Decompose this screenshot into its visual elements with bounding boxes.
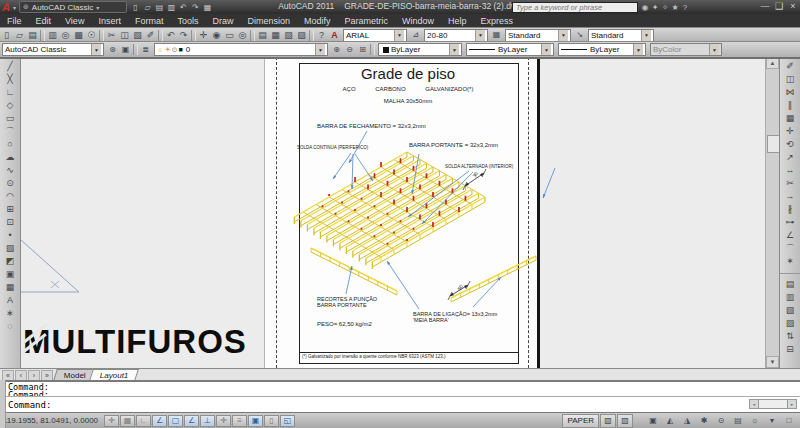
- zoom-window-icon[interactable]: ▭: [223, 29, 236, 41]
- linetype-combo[interactable]: ByLayer▼: [466, 43, 554, 56]
- search-input[interactable]: [512, 2, 638, 13]
- menu-item[interactable]: Express: [474, 14, 521, 27]
- scroll-down-button[interactable]: ▼: [766, 356, 779, 368]
- point-icon[interactable]: •: [4, 228, 17, 241]
- table-style-icon[interactable]: ▦: [490, 29, 503, 41]
- am-toggle[interactable]: ◱: [280, 415, 295, 427]
- autocad-logo-icon[interactable]: A: [2, 2, 10, 13]
- separator[interactable]: [40, 30, 45, 41]
- grid-toggle[interactable]: ▦: [120, 415, 135, 427]
- cut-icon[interactable]: ✂: [105, 29, 118, 41]
- stretch-icon[interactable]: ↔: [784, 163, 797, 176]
- zoom-previous-icon[interactable]: ◎: [236, 29, 249, 41]
- save-icon[interactable]: ▤: [154, 2, 165, 12]
- toolbar-lock-icon[interactable]: ⊙: [713, 414, 729, 428]
- circle-icon[interactable]: ○: [4, 137, 17, 150]
- sc-toggle[interactable]: ▯: [264, 415, 279, 427]
- otrack-toggle[interactable]: ∠: [184, 415, 199, 427]
- ducs-toggle[interactable]: ⊥: [200, 415, 215, 427]
- clean-screen-icon[interactable]: □: [781, 414, 797, 428]
- redo-icon[interactable]: ↷: [190, 2, 201, 12]
- arc-icon[interactable]: ⌒: [4, 124, 17, 137]
- print-icon[interactable]: ▦: [202, 2, 213, 12]
- mleader-style-combo[interactable]: Standard▼: [588, 29, 654, 42]
- vertical-scrollbar[interactable]: ▲ ▼: [765, 57, 779, 368]
- menu-item[interactable]: Dimension: [240, 14, 297, 27]
- sheetset-icon[interactable]: ▨: [295, 29, 308, 41]
- lineweight-combo[interactable]: ByLayer▼: [558, 43, 646, 56]
- zoom-realtime-icon[interactable]: ◉: [210, 29, 223, 41]
- menu-item[interactable]: Edit: [29, 14, 59, 27]
- send-under-icon[interactable]: ▨: [784, 316, 797, 329]
- polar-toggle[interactable]: ∠: [152, 415, 167, 427]
- line-icon[interactable]: ╱: [4, 59, 17, 72]
- layout-canvas[interactable]: Grade de piso AÇO CARBONO GALVANIZADO(*)…: [21, 57, 766, 368]
- color-combo[interactable]: ByLayer▼: [378, 43, 462, 56]
- undo-icon[interactable]: ↶: [164, 29, 177, 41]
- qp-toggle[interactable]: ▣: [248, 415, 263, 427]
- menu-item[interactable]: Tools: [170, 14, 205, 27]
- plot-preview-icon[interactable]: ◎: [59, 29, 72, 41]
- separator[interactable]: [309, 30, 314, 41]
- paper-model-button[interactable]: PAPER: [562, 414, 599, 428]
- bring-above-icon[interactable]: ▧: [784, 303, 797, 316]
- workspace-save-icon[interactable]: ▣: [119, 44, 132, 56]
- hatch-icon[interactable]: ▨: [4, 241, 17, 254]
- text-style-icon[interactable]: A: [328, 29, 341, 41]
- workspace-switcher[interactable]: ⊛ AutoCAD Classic ▾: [19, 1, 127, 13]
- subscription-icon[interactable]: ✦: [650, 3, 660, 12]
- menu-item[interactable]: Draw: [205, 14, 240, 27]
- save-icon[interactable]: ▤: [26, 29, 39, 41]
- make-block-icon[interactable]: ⊡: [4, 215, 17, 228]
- extend-icon[interactable]: →: [784, 189, 797, 202]
- erase-icon[interactable]: ✐: [784, 59, 797, 72]
- rotate-icon[interactable]: ⟲: [784, 137, 797, 150]
- dim-style-combo[interactable]: 20-80▼: [424, 29, 488, 42]
- close-button[interactable]: ×: [788, 1, 798, 11]
- plotter-tray-icon[interactable]: ▤: [730, 414, 746, 428]
- help-icon[interactable]: ?: [315, 29, 328, 41]
- offset-icon[interactable]: ∥: [784, 98, 797, 111]
- search-icon[interactable]: ◉: [640, 3, 650, 12]
- copy-icon[interactable]: ◫: [118, 29, 131, 41]
- designcenter-icon[interactable]: ▦: [269, 29, 282, 41]
- ucs-icon[interactable]: ◌: [4, 319, 17, 332]
- annotation-scale-a-icon[interactable]: ◭: [662, 414, 678, 428]
- new-icon[interactable]: ▯: [0, 29, 13, 41]
- viewport-maximize-icon[interactable]: ▣: [645, 414, 661, 428]
- polyline-icon[interactable]: ∟: [4, 85, 17, 98]
- menu-item[interactable]: File: [0, 14, 29, 27]
- bulb-tray-icon[interactable]: ☼: [747, 414, 763, 428]
- saveas-icon[interactable]: ▥: [166, 2, 177, 12]
- tab-last-button[interactable]: »: [41, 370, 53, 381]
- separator[interactable]: [99, 30, 104, 41]
- tab-next-button[interactable]: ›: [28, 370, 40, 381]
- layer-previous-icon[interactable]: ⊖: [343, 44, 356, 56]
- explode-icon[interactable]: ✶: [784, 254, 797, 267]
- tab-prev-button[interactable]: ‹: [15, 370, 27, 381]
- help-icon[interactable]: ?: [680, 3, 690, 12]
- redo-icon[interactable]: ↷: [177, 29, 190, 41]
- workspace-gear-icon[interactable]: ✱: [696, 414, 712, 428]
- ellipse-arc-icon[interactable]: ◠: [4, 189, 17, 202]
- open-icon[interactable]: ▱: [13, 29, 26, 41]
- toolpalettes-icon[interactable]: ▧: [282, 29, 295, 41]
- separator[interactable]: [158, 30, 163, 41]
- fillet-icon[interactable]: ⌒: [784, 241, 797, 254]
- scroll-right-button[interactable]: ▸: [787, 399, 797, 409]
- polygon-icon[interactable]: ◇: [4, 98, 17, 111]
- text-style-combo[interactable]: ARIAL▼: [343, 29, 407, 42]
- bring-front-icon[interactable]: ▤: [784, 277, 797, 290]
- quickview-layouts-icon[interactable]: ▧: [600, 414, 616, 428]
- addselect-icon[interactable]: ∗: [4, 306, 17, 319]
- menu-item[interactable]: Modify: [297, 14, 338, 27]
- web-icon[interactable]: ☉: [85, 29, 98, 41]
- command-window-grip[interactable]: [0, 380, 6, 428]
- order-annotate-icon[interactable]: ⊟: [784, 342, 797, 355]
- ortho-toggle[interactable]: ∟: [136, 415, 151, 427]
- send-back-icon[interactable]: ▥: [784, 290, 797, 303]
- dim-style-icon[interactable]: ⊿: [409, 29, 422, 41]
- menu-item[interactable]: Window: [395, 14, 441, 27]
- ellipse-icon[interactable]: ⊙: [4, 176, 17, 189]
- menu-item[interactable]: Format: [128, 14, 171, 27]
